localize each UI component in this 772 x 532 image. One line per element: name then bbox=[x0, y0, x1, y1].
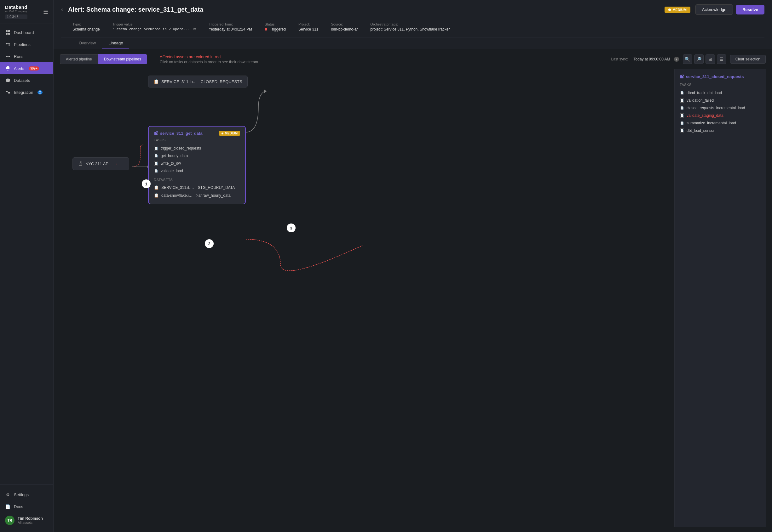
tabs-row: Overview Lineage bbox=[61, 37, 764, 49]
main-content: ‹ Alert: Schema change: service_311_get_… bbox=[54, 0, 772, 532]
nyc-api-node[interactable]: 🗄 NYC 311 API → bbox=[72, 157, 129, 170]
toggle-alerted-pipeline[interactable]: Alerted pipeline bbox=[60, 54, 98, 64]
doc-icon: 📄 bbox=[5, 504, 11, 509]
back-button[interactable]: ‹ bbox=[61, 6, 63, 13]
sidebar: Databand an IBM Company 1.0.34.8 ☰ Dashb… bbox=[0, 0, 54, 532]
sidebar-item-datasets[interactable]: Datasets bbox=[0, 74, 53, 86]
status-dot bbox=[265, 28, 267, 31]
svg-line-16 bbox=[8, 92, 8, 93]
meta-orch-value: project: Service 311, Python, SnowflakeT… bbox=[370, 27, 450, 31]
task-trigger-closed-requests[interactable]: 📄 trigger_closed_requests bbox=[154, 144, 240, 152]
service311-node[interactable]: service_311_get_data MEDIUM Tasks 📄 trig… bbox=[148, 126, 246, 204]
panel-tasks-label: Tasks bbox=[680, 83, 761, 87]
affected-sub: Click on tasks or datasets in order to s… bbox=[160, 60, 258, 64]
panel-task-dbt-load-sensor[interactable]: 📄 dbt_load_sensor bbox=[680, 127, 761, 134]
table-icon: 📋 bbox=[153, 79, 159, 84]
meta-type-label: Type: bbox=[72, 22, 100, 26]
acknowledge-button[interactable]: Acknowledge bbox=[695, 4, 733, 15]
zoom-in-button[interactable]: 🔎 bbox=[694, 54, 704, 64]
severity-label: MEDIUM bbox=[673, 8, 687, 12]
sidebar-item-docs-label: Docs bbox=[14, 504, 23, 509]
dataset-icon bbox=[5, 77, 11, 83]
alerts-badge: 999+ bbox=[29, 66, 39, 71]
user-role: All assets bbox=[18, 521, 43, 524]
sidebar-item-pipelines-label: Pipelines bbox=[14, 42, 31, 47]
task-file-icon: 📄 bbox=[154, 146, 158, 150]
sync-time: Today at 09:00:00 AM bbox=[634, 57, 670, 61]
task-write-to-dw[interactable]: 📄 write_to_dw bbox=[154, 160, 240, 167]
pipeline-icon bbox=[5, 42, 11, 47]
dataset-table-icon2: 📋 bbox=[154, 193, 159, 198]
nyc-api-label: NYC 311 API bbox=[85, 161, 110, 166]
step-circle-3: 3 bbox=[287, 224, 296, 232]
sidebar-item-dashboard[interactable]: Dashboard bbox=[0, 26, 53, 38]
affected-notice: Affected assets are colored in red Click… bbox=[153, 54, 258, 64]
lineage-content: Alerted pipeline Downstream pipelines Af… bbox=[54, 49, 772, 532]
task-file-icon: 📄 bbox=[154, 154, 158, 158]
toggle-downstream-pipelines[interactable]: Downstream pipelines bbox=[98, 54, 147, 64]
resolve-button[interactable]: Resolve bbox=[736, 5, 764, 14]
sidebar-item-settings-label: Settings bbox=[14, 492, 29, 497]
brand-sub: an IBM Company bbox=[5, 10, 27, 13]
panel-task-validation-failed[interactable]: 📄 validation_failed bbox=[680, 97, 761, 104]
meta-source-value: ibm-bp-demo-af bbox=[331, 27, 358, 31]
meta-orch-label: Orchestrator tags: bbox=[370, 22, 450, 26]
user-profile[interactable]: TR Tim Robinson All assets bbox=[0, 512, 53, 528]
meta-project-value: Service 311 bbox=[298, 27, 318, 31]
step-circle-2: 2 bbox=[205, 239, 214, 248]
task-get-hourly-data[interactable]: 📄 get_hourly_data bbox=[154, 152, 240, 160]
user-name: Tim Robinson bbox=[18, 516, 43, 521]
fit-view-button[interactable]: ⊞ bbox=[706, 54, 715, 64]
list-view-button[interactable]: ☰ bbox=[717, 54, 726, 64]
avatar: TR bbox=[5, 516, 14, 525]
toolbar-icons: 🔍 🔎 ⊞ ☰ bbox=[683, 54, 726, 64]
svg-marker-18 bbox=[264, 89, 267, 93]
meta-status: Status: Triggered bbox=[265, 22, 286, 31]
sidebar-item-integration[interactable]: Integration 2 bbox=[0, 86, 53, 98]
panel-title: service_311_closed_requests bbox=[680, 74, 761, 79]
menu-toggle-icon[interactable]: ☰ bbox=[43, 8, 48, 15]
meta-triggered-label: Triggered Time: bbox=[209, 22, 252, 26]
clear-selection-button[interactable]: Clear selection bbox=[730, 55, 766, 64]
zoom-out-button[interactable]: 🔍 bbox=[683, 54, 692, 64]
svg-point-7 bbox=[9, 44, 10, 46]
page-title: Alert: Schema change: service_311_get_da… bbox=[68, 6, 660, 13]
toolbar-right: Last sync: Today at 09:00:00 AM i 🔍 🔎 ⊞ … bbox=[611, 54, 766, 64]
meta-project-label: Project: bbox=[298, 22, 318, 26]
panel-link-icon bbox=[680, 75, 684, 79]
lineage-controls: Alerted pipeline Downstream pipelines Af… bbox=[60, 54, 766, 64]
panel-task-validate-staging[interactable]: 📄 validate_staging_data bbox=[680, 112, 761, 119]
sync-info-icon[interactable]: i bbox=[674, 57, 679, 62]
sidebar-item-alerts[interactable]: Alerts 999+ bbox=[0, 62, 53, 74]
pipeline-toggle-group: Alerted pipeline Downstream pipelines bbox=[60, 54, 147, 64]
brand-name: Databand bbox=[5, 4, 27, 10]
tab-lineage[interactable]: Lineage bbox=[102, 37, 129, 49]
meta-trigger-value: "Schema change occurred in 2 opera... ⧉ bbox=[112, 27, 196, 31]
sidebar-item-docs[interactable]: 📄 Docs bbox=[0, 501, 53, 512]
dataset-raw-hourly[interactable]: 📋 data-snowflake.i… >af.raw_hourly_data bbox=[154, 191, 240, 199]
tab-overview[interactable]: Overview bbox=[72, 37, 102, 49]
sync-label: Last sync: bbox=[611, 57, 628, 61]
sidebar-item-runs[interactable]: Runs bbox=[0, 50, 53, 62]
severity-dot bbox=[668, 8, 671, 11]
dataset-stg-hourly[interactable]: 📋 SERVICE_311.ib… STG_HOURLY_DATA bbox=[154, 184, 240, 191]
meta-orch-tags: Orchestrator tags: project: Service 311,… bbox=[370, 22, 450, 31]
closed-req-label1: SERVICE_311.ib… bbox=[161, 79, 197, 84]
affected-title: Affected assets are colored in red bbox=[160, 54, 258, 59]
svg-point-6 bbox=[6, 43, 7, 44]
panel-task-closed-requests-incremental[interactable]: 📄 closed_requests_incremental_load bbox=[680, 104, 761, 112]
sidebar-item-pipelines[interactable]: Pipelines bbox=[0, 38, 53, 50]
task-validate-load[interactable]: 📄 validate_load bbox=[154, 167, 240, 175]
user-info: Tim Robinson All assets bbox=[18, 516, 43, 524]
lineage-canvas: 🗄 NYC 311 API → 📋 SERVICE_311.ib… CLOSED… bbox=[60, 69, 766, 527]
page-header: ‹ Alert: Schema change: service_311_get_… bbox=[54, 0, 772, 49]
sidebar-nav: Dashboard Pipelines Runs bbox=[0, 24, 53, 484]
arrow-right-icon: → bbox=[114, 161, 118, 166]
copy-icon[interactable]: ⧉ bbox=[194, 27, 196, 31]
meta-type-value: Schema change bbox=[72, 27, 100, 31]
panel-task-summarize-incremental[interactable]: 📄 summarize_incremental_load bbox=[680, 119, 761, 127]
panel-task-dbnd[interactable]: 📄 dbnd_track_dbt_load bbox=[680, 89, 761, 97]
closed-requests-node[interactable]: 📋 SERVICE_311.ib… CLOSED_REQUESTS bbox=[148, 76, 248, 88]
sidebar-item-settings[interactable]: ⚙ Settings bbox=[0, 489, 53, 501]
version-badge: 1.0.34.8 bbox=[5, 14, 27, 19]
